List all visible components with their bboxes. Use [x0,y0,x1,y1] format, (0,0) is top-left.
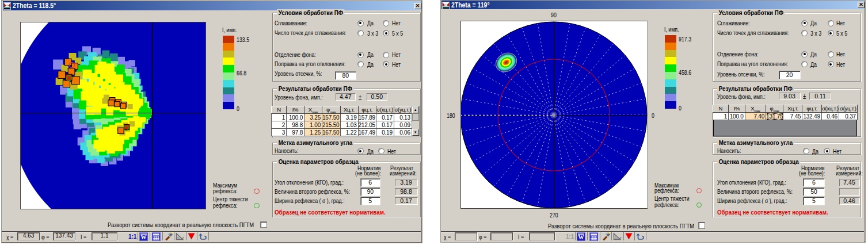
svg-text:W: W [578,234,584,240]
svg-text:W: W [141,234,147,240]
